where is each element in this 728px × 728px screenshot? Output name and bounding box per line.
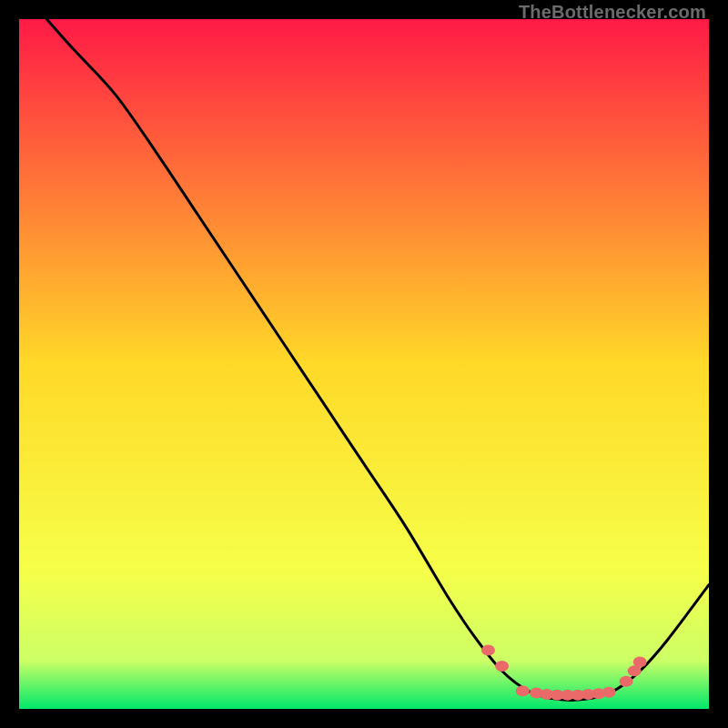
data-marker — [495, 661, 509, 672]
data-marker — [633, 656, 647, 667]
data-marker — [481, 645, 495, 656]
chart-frame — [19, 19, 709, 709]
data-marker — [620, 676, 633, 687]
gradient-background — [19, 19, 709, 709]
bottleneck-chart — [19, 19, 709, 709]
data-marker — [516, 685, 530, 696]
data-marker — [602, 687, 616, 698]
